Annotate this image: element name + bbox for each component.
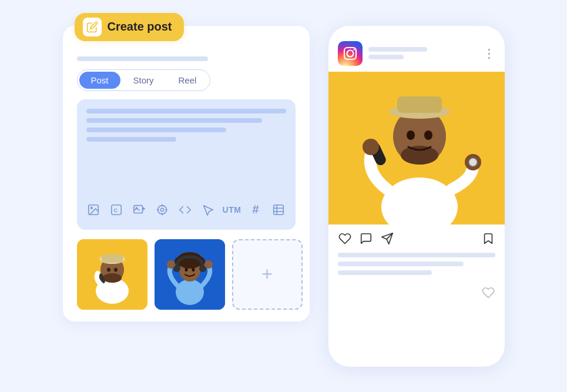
content-line-2 — [86, 118, 262, 123]
svg-text:C: C — [113, 207, 118, 213]
svg-point-28 — [176, 279, 204, 305]
svg-point-51 — [424, 130, 432, 140]
phone-notch — [328, 26, 505, 34]
text-area-placeholder — [86, 149, 286, 196]
save-icon[interactable] — [481, 232, 495, 246]
tab-reel[interactable]: Reel — [167, 72, 209, 89]
svg-point-23 — [107, 267, 110, 272]
footer-heart-icon[interactable] — [481, 286, 495, 300]
insta-username-line — [368, 47, 427, 52]
phone-mockup: ⋮ — [328, 26, 505, 367]
tabs-row: Post Story Reel — [77, 69, 211, 91]
comment-icon[interactable] — [359, 232, 373, 246]
more-options-dots[interactable]: ⋮ — [483, 46, 495, 61]
content-line-1 — [86, 109, 286, 113]
caption-line-2 — [338, 262, 464, 266]
image-icon[interactable] — [86, 202, 101, 218]
svg-point-33 — [184, 268, 187, 272]
media-thumb-2[interactable] — [155, 239, 225, 310]
create-post-icon — [83, 18, 102, 36]
instagram-post-image — [328, 72, 505, 225]
panel-top-bar — [77, 56, 296, 61]
svg-point-9 — [160, 208, 164, 212]
content-line-4 — [86, 137, 176, 142]
svg-rect-14 — [274, 205, 284, 215]
svg-point-1 — [90, 207, 92, 209]
svg-point-37 — [167, 260, 175, 269]
svg-point-49 — [401, 146, 438, 165]
create-post-badge: Create post — [75, 13, 184, 41]
create-post-label: Create post — [108, 20, 172, 33]
insta-header-text — [368, 47, 477, 59]
top-placeholder-line-1 — [77, 56, 208, 61]
svg-point-38 — [204, 260, 213, 269]
svg-point-25 — [103, 273, 122, 283]
media-row: + — [77, 239, 296, 310]
instagram-caption — [328, 253, 505, 281]
toolbar-row: C — [86, 202, 286, 218]
tab-story[interactable]: Story — [122, 72, 166, 89]
code-icon[interactable] — [178, 202, 193, 218]
share-icon[interactable] — [380, 232, 394, 246]
svg-rect-22 — [102, 254, 123, 263]
caption-line-3 — [338, 270, 432, 275]
utm-button[interactable]: UTM — [224, 202, 240, 218]
instagram-footer — [328, 281, 505, 309]
hash-icon[interactable]: # — [249, 202, 263, 218]
target-icon[interactable] — [155, 202, 170, 218]
svg-point-55 — [469, 158, 477, 166]
singer-main-image — [328, 72, 505, 225]
tab-post[interactable]: Post — [79, 72, 120, 89]
post-content-area[interactable]: C — [77, 99, 296, 230]
singer-image-1 — [77, 239, 147, 310]
insta-subtitle-line — [368, 55, 404, 59]
like-icon[interactable] — [338, 232, 352, 246]
svg-point-24 — [114, 267, 118, 272]
dancer-image-2 — [155, 239, 225, 310]
svg-point-8 — [158, 205, 167, 214]
svg-rect-39 — [338, 41, 363, 66]
media-thumb-1[interactable] — [77, 239, 147, 310]
instagram-actions — [328, 225, 505, 253]
svg-point-50 — [407, 130, 415, 140]
content-line-3 — [86, 128, 226, 132]
add-media-button[interactable]: + — [232, 239, 303, 310]
text-icon[interactable]: C — [109, 202, 124, 218]
cursor-icon[interactable] — [201, 202, 216, 218]
svg-rect-48 — [397, 96, 442, 113]
svg-point-34 — [192, 268, 194, 272]
instagram-header: ⋮ — [328, 34, 505, 72]
create-post-panel: Create post Post Story Reel — [63, 26, 310, 321]
table-icon[interactable] — [271, 202, 286, 218]
svg-point-42 — [353, 49, 354, 50]
content-placeholder-lines — [86, 109, 286, 142]
instagram-logo — [338, 41, 363, 66]
svg-point-53 — [363, 139, 379, 155]
caption-line-1 — [338, 253, 495, 257]
add-image-icon[interactable] — [132, 202, 147, 218]
